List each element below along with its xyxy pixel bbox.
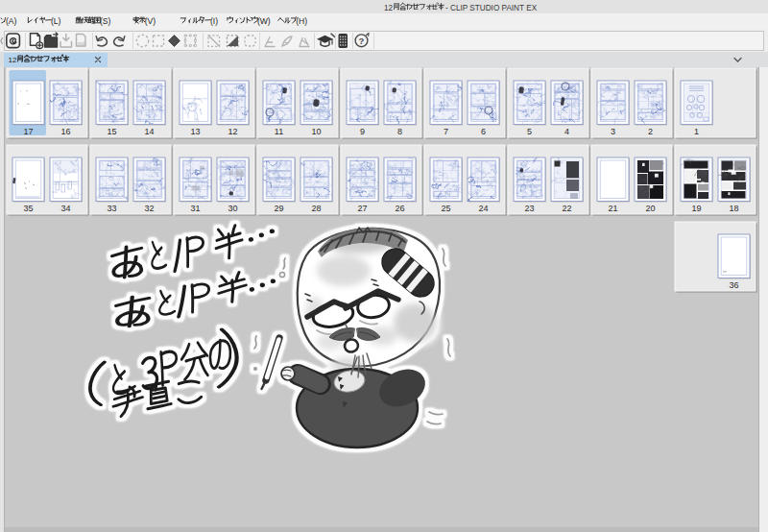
svg-text:21: 21 [608, 204, 617, 213]
svg-text:4: 4 [564, 127, 569, 136]
svg-text:3: 3 [611, 127, 615, 136]
svg-text:33: 33 [107, 204, 116, 213]
svg-text:11: 11 [275, 127, 283, 136]
svg-text:12: 12 [228, 127, 237, 136]
svg-text:32: 32 [144, 204, 154, 213]
svg-text:27: 27 [357, 204, 367, 213]
svg-text:5: 5 [527, 127, 532, 136]
svg-text:24: 24 [478, 204, 488, 213]
svg-text:34: 34 [60, 204, 70, 213]
svg-text:12: 12 [384, 4, 394, 12]
svg-text:31: 31 [190, 204, 200, 213]
svg-text:?: ? [359, 36, 365, 46]
svg-text:8: 8 [397, 127, 402, 136]
svg-text:(W): (W) [257, 16, 271, 26]
svg-text:- CLIP STUDIO PAINT EX: - CLIP STUDIO PAINT EX [445, 4, 538, 12]
svg-text:(V): (V) [145, 16, 156, 26]
svg-text:12: 12 [9, 56, 17, 64]
svg-text:psd: psd [78, 41, 85, 46]
svg-text:(A): (A) [6, 16, 17, 26]
svg-text:1: 1 [694, 127, 699, 136]
svg-text:19: 19 [691, 204, 701, 213]
svg-text:29: 29 [274, 204, 283, 213]
svg-text:(I): (I) [210, 16, 218, 26]
svg-text:25: 25 [441, 204, 450, 213]
svg-text:26: 26 [395, 204, 404, 213]
svg-text:9: 9 [360, 127, 365, 136]
svg-text:2: 2 [648, 127, 653, 136]
svg-text:(L): (L) [51, 16, 61, 26]
svg-text:7: 7 [444, 127, 448, 136]
svg-text:20: 20 [645, 204, 655, 213]
svg-text:6: 6 [481, 127, 486, 136]
svg-text:18: 18 [729, 204, 738, 213]
svg-text:28: 28 [311, 204, 321, 213]
svg-text:36: 36 [729, 280, 738, 290]
svg-text:(S): (S) [100, 16, 111, 26]
svg-text:17: 17 [23, 127, 33, 136]
svg-text:15: 15 [107, 127, 116, 136]
svg-text:22: 22 [562, 204, 571, 213]
svg-text:23: 23 [524, 204, 534, 213]
svg-text:(H): (H) [296, 16, 307, 26]
svg-text:16: 16 [60, 127, 70, 136]
svg-text:35: 35 [23, 204, 33, 213]
svg-text:13: 13 [190, 127, 200, 136]
svg-text:14: 14 [144, 127, 154, 136]
svg-text:10: 10 [311, 127, 321, 136]
svg-text:30: 30 [228, 204, 237, 213]
